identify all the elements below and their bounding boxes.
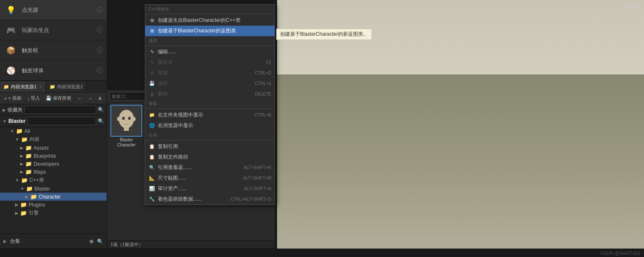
svg-point-5 xyxy=(128,117,129,118)
viewport-settings-button[interactable]: ⚙ 设置 xyxy=(625,3,641,11)
settings-icon: ⚙ xyxy=(625,4,629,10)
content-browser-1-icon: 📁 xyxy=(3,84,9,90)
back-button[interactable]: ← xyxy=(75,95,84,102)
expand-icon: ▼ xyxy=(10,129,14,133)
all-button[interactable]: A xyxy=(96,95,104,102)
arrow-blueprints: ▶ xyxy=(20,154,24,158)
svg-line-28 xyxy=(437,106,461,249)
tab-1-close-icon[interactable]: ✕ xyxy=(39,85,42,89)
scene-item-trigger-box[interactable]: 📦 触发框 ⓘ xyxy=(0,40,107,61)
ctx-rename-icon: ✎ xyxy=(149,59,155,66)
blaster-search-input[interactable] xyxy=(27,117,96,125)
ctx-save-shortcut: CTRL+S xyxy=(255,81,271,86)
arrow-character: ▶ xyxy=(25,194,29,199)
scene-item-trigger-sphere[interactable]: ⚾ 触发球体 ⓘ xyxy=(0,61,107,81)
arrow-right-icon: ▶ xyxy=(3,108,6,112)
ctx-cpp-icon-1: ⊞ xyxy=(149,17,155,24)
folder-icon-blaster: 📁 xyxy=(26,185,33,192)
ctx-create-blueprint[interactable]: ⊞ 创建基于BlasterCharacter的蓝图类 xyxy=(145,26,275,36)
collections-label: 合集 xyxy=(10,238,20,245)
separator-3 xyxy=(145,109,275,109)
ctx-duplicate-icon: ⧉ xyxy=(149,70,155,77)
svg-point-2 xyxy=(122,117,125,119)
ctx-section-search: 搜索 xyxy=(145,99,275,108)
search-icon[interactable]: 🔍 xyxy=(98,107,104,113)
ctx-ref-viewer[interactable]: 🔍 引用查看器...... ALT+SHIFT+R xyxy=(145,162,275,173)
favorites-search-input[interactable] xyxy=(24,106,96,114)
collections-search-icon[interactable]: 🔍 xyxy=(97,238,103,244)
ctx-duplicate-shortcut: CTRL+D xyxy=(255,71,271,75)
tab-content-browser-1[interactable]: 📁 内容浏览器1 ✕ xyxy=(0,81,46,92)
svg-line-21 xyxy=(461,74,644,249)
import-button[interactable]: ↓ 导入 xyxy=(25,94,43,102)
forward-icon: → xyxy=(88,96,92,101)
asset-item-blaster-character[interactable]: BlasterCharacter xyxy=(110,105,143,148)
tree-item-all[interactable]: ▼ 📁 All xyxy=(0,127,107,135)
light-icon: 💡 xyxy=(4,3,18,17)
ctx-size-map[interactable]: 📐 尺寸贴图...... ALT+SHIFT+M xyxy=(145,173,275,183)
back-icon: ← xyxy=(77,96,82,101)
ctx-shader-bake[interactable]: 🔧 着色器烘焙数据...... CTRL+ALT+SHIFT+S xyxy=(145,194,275,204)
collections-add-icon[interactable]: ⊕ xyxy=(89,238,94,244)
tree-item-blaster-label: Blaster xyxy=(34,186,50,192)
ctx-audit-assets[interactable]: 📊 审计资产...... ALT+SHIFT+A xyxy=(145,183,275,194)
scene-item-light-label: 点光源 xyxy=(22,6,97,14)
blaster-search-icon[interactable]: 🔍 xyxy=(98,118,104,124)
scene-item-light[interactable]: 💡 点光源 ⓘ xyxy=(0,0,107,20)
viewport-floor xyxy=(277,74,644,249)
svg-line-24 xyxy=(382,92,461,249)
ctx-copy-path[interactable]: 📋 复制文件路径 xyxy=(145,152,275,162)
ctx-shader-shortcut: CTRL+ALT+SHIFT+S xyxy=(230,197,271,201)
ctx-show-in-folder-shortcut: CTRL+B xyxy=(255,113,271,117)
scene-item-trigger-box-info: ⓘ xyxy=(97,47,102,54)
ctx-edit-label: 编辑...... xyxy=(158,48,176,56)
forward-button[interactable]: → xyxy=(85,95,95,102)
scene-item-player[interactable]: 🎮 玩家出生点 ⓘ xyxy=(0,20,107,40)
ctx-edit-icon: ✎ xyxy=(149,49,155,56)
ctx-copy-ref-icon: 📋 xyxy=(149,143,155,150)
ctx-delete-shortcut: DELETE xyxy=(255,92,271,96)
ctx-show-in-folder[interactable]: 📁 在文件夹视图中显示 CTRL+B xyxy=(145,110,275,120)
ctx-copy-ref[interactable]: 📋 复制引用 xyxy=(145,141,275,152)
folder-icon-character: 📁 xyxy=(30,193,37,200)
tree-item-blaster[interactable]: ▼ 📁 Blaster xyxy=(0,185,107,193)
content-browser-2-icon: 📁 xyxy=(50,84,55,90)
ctx-section-ref: 引用 xyxy=(145,131,275,139)
favorites-label: 收藏夹 xyxy=(8,106,23,114)
tree-item-blueprints[interactable]: ▶ 📁 Blueprints xyxy=(0,152,107,160)
ctx-edit[interactable]: ✎ 编辑...... xyxy=(145,47,275,57)
tree-item-character[interactable]: ▶ 📁 Character xyxy=(0,193,107,201)
separator-2 xyxy=(145,45,275,46)
tooltip: 创建基于BlasterCharacter的新蓝图类。 xyxy=(276,29,372,40)
bottom-bar-right: CSDN @SHOTJEE xyxy=(600,251,641,256)
tree-item-developers-label: Developers xyxy=(34,161,59,167)
scene-item-trigger-sphere-label: 触发球体 xyxy=(22,67,97,74)
add-button[interactable]: + + 添加 xyxy=(2,94,24,102)
ctx-section-general: 通用 xyxy=(145,36,275,45)
tree-item-maps-label: Maps xyxy=(34,169,46,175)
folder-icon: 📁 xyxy=(16,128,23,134)
tab-content-browser-2-label: 内容浏览器2 xyxy=(57,84,83,90)
character-head-svg xyxy=(114,107,139,135)
svg-point-8 xyxy=(126,120,127,122)
save-all-button[interactable]: 💾 保存所有 xyxy=(43,94,74,102)
tree-item-maps[interactable]: ▶ 📁 Maps xyxy=(0,168,107,176)
tree-item-engine[interactable]: ▶ 📁 引擎 xyxy=(0,209,107,217)
tab-content-browser-2[interactable]: 📁 内容浏览器2 xyxy=(46,81,86,92)
ctx-create-derived-cpp-label: 创建派生自BlasterCharacter的C++类 xyxy=(158,17,241,24)
tree-item-plugins[interactable]: ▶ 📁 Plugins xyxy=(0,201,107,209)
import-icon: ↓ xyxy=(27,96,30,101)
tree-item-cpp[interactable]: ▼ 📁 C++类 xyxy=(0,176,107,185)
tree-item-developers[interactable]: ▶ 📁 Developers xyxy=(0,160,107,168)
tree-item-content[interactable]: ▼ 📁 内容 xyxy=(0,135,107,144)
tree-item-assets[interactable]: ▶ 📁 Assets xyxy=(0,144,107,152)
content-browser-tabs: 📁 内容浏览器1 ✕ 📁 内容浏览器2 xyxy=(0,81,107,93)
ctx-create-derived-cpp[interactable]: ⊞ 创建派生自BlasterCharacter的C++类 xyxy=(145,15,275,26)
arrow-maps: ▶ xyxy=(20,170,24,174)
ctx-show-in-browser[interactable]: 🌐 在浏览器中显示 xyxy=(145,120,275,131)
folder-icon-engine: 📁 xyxy=(20,210,27,216)
folder-icon-assets: 📁 xyxy=(25,145,32,151)
tree-item-content-label: 内容 xyxy=(29,136,39,143)
ctx-audit-icon: 📊 xyxy=(149,185,155,192)
tree-item-assets-label: Assets xyxy=(34,145,49,151)
